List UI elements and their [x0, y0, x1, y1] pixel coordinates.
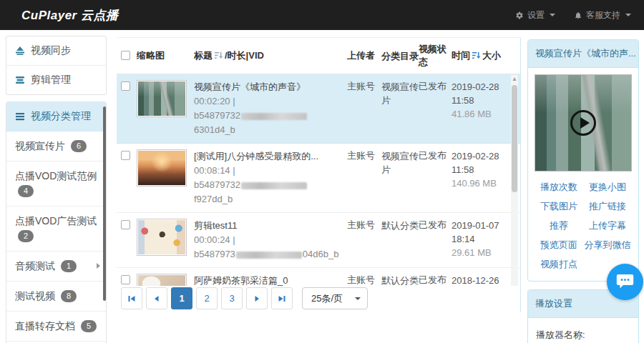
header-status: 视频状态	[419, 43, 452, 69]
pagination-bar: 1 2 3 25条/页	[117, 286, 521, 312]
video-title[interactable]: 视频宣传片《城市的声音》	[194, 80, 343, 94]
sidebar-section-label: 视频分类管理	[31, 110, 91, 123]
chevron-down-icon	[550, 14, 555, 16]
video-size: 41.86 MB	[452, 109, 492, 119]
row-checkbox[interactable]	[121, 275, 130, 284]
play-settings-body: 播放器名称:	[528, 318, 638, 343]
header-size-label: 大小	[482, 50, 501, 61]
upload-subtitle-link[interactable]: 上传字幕	[583, 216, 632, 235]
change-thumb-link[interactable]: 更换小图	[583, 177, 632, 197]
next-page-button[interactable]	[246, 287, 268, 309]
count-badge: 6	[71, 140, 87, 152]
table-scrollbar[interactable]: ▲ ▼	[511, 75, 518, 312]
row-checkbox-cell	[121, 149, 137, 162]
title-cell: [测试用]八分钟感受最精致的... 00:08:14 | b54879732f9…	[194, 149, 347, 207]
row-checkbox[interactable]	[121, 81, 130, 91]
header-time-sortable[interactable]: 时间大小	[452, 49, 510, 63]
sidebar-item-video-sync[interactable]: 视频同步	[6, 36, 106, 66]
sort-icon[interactable]	[472, 51, 481, 61]
video-preview-image[interactable]	[535, 74, 632, 172]
sidebar-item-test-videos[interactable]: 测试视频 8	[6, 282, 106, 312]
scroll-up-icon[interactable]: ▲	[511, 76, 518, 83]
support-menu[interactable]: 客服支持	[574, 9, 631, 21]
chat-support-button[interactable]	[607, 264, 643, 300]
sidebar-section-category-manage[interactable]: 视频分类管理	[6, 102, 106, 131]
sidebar-scrollbar[interactable]	[103, 106, 106, 301]
recommend-link[interactable]: 推荐	[535, 216, 583, 235]
play-count-link[interactable]: 播放次数	[535, 177, 583, 197]
app-window: CuPlayer 云点播 设置 客服支持 视频同步 剪辑管理	[0, 0, 644, 343]
video-vid: b548797304d6b_b	[194, 247, 343, 262]
video-table-panel: 缩略图 标题/时长|VID 上传者 分类目录 视频状态 时间大小 视频宣传片《城…	[117, 37, 521, 312]
video-title[interactable]: 剪辑test11	[194, 219, 343, 233]
page-button-1[interactable]: 1	[171, 287, 192, 309]
video-duration: 00:08:14 |	[194, 164, 343, 178]
chat-icon	[616, 274, 634, 290]
uploader-cell: 主账号	[347, 80, 381, 93]
chevron-down-icon	[355, 297, 361, 300]
share-wechat-link[interactable]: 分享到微信	[583, 235, 632, 254]
preview-page-link[interactable]: 预览页面	[535, 235, 583, 254]
redacted-vid	[241, 113, 307, 120]
select-all-checkbox[interactable]	[121, 51, 130, 60]
header-title-sortable[interactable]: 标题/时长|VID	[194, 49, 347, 63]
first-page-button[interactable]	[121, 287, 142, 309]
video-title[interactable]: [测试用]八分钟感受最精致的...	[194, 149, 343, 164]
table-row[interactable]: 视频宣传片《城市的声音》 00:02:20 | b548797326301d4_…	[117, 74, 520, 144]
uploader-cell: 主账号	[347, 149, 381, 162]
video-thumbnail[interactable]	[137, 219, 194, 256]
play-icon[interactable]	[570, 110, 596, 136]
video-marker-link[interactable]: 视频打点	[535, 254, 583, 274]
status-badge: 已发布	[419, 80, 452, 93]
prev-page-button[interactable]	[146, 287, 167, 309]
video-thumbnail[interactable]	[137, 80, 194, 117]
row-checkbox[interactable]	[121, 220, 130, 229]
count-badge: 4	[18, 185, 34, 197]
gear-icon	[514, 11, 524, 20]
status-badge: 已发布	[419, 219, 452, 232]
sidebar-item-promo-videos[interactable]: 视频宣传片 6	[6, 131, 106, 161]
table-row[interactable]: 剪辑test11 00:00:24 | b548797304d6b_b 主账号 …	[117, 213, 520, 268]
row-checkbox-cell	[121, 80, 137, 93]
settings-menu[interactable]: 设置	[514, 9, 555, 21]
sidebar-item-vod-ad-test[interactable]: 点播VOD广告测试 2	[6, 207, 106, 252]
video-time: 2019-01-07 18:14	[452, 220, 499, 244]
table-header-row: 缩略图 标题/时长|VID 上传者 分类目录 视频状态 时间大小	[117, 38, 520, 74]
sort-icon[interactable]	[214, 51, 223, 61]
sidebar-item-vod-test[interactable]: 点播VOD测试范例 4	[6, 161, 106, 207]
count-badge: 5	[81, 320, 97, 332]
download-image-link[interactable]: 下载图片	[535, 197, 583, 216]
sidebar-item-live-archive[interactable]: 直播转存文档 5	[6, 312, 106, 342]
redacted-vid	[241, 182, 307, 189]
category-label: 测试视频	[15, 290, 55, 302]
sidebar-item-clip-manage[interactable]: 剪辑管理	[6, 66, 106, 94]
detail-actions: 播放次数 更换小图 下载图片 推广链接 推荐 上传字幕 预览页面 分享到微信 视…	[535, 172, 632, 274]
count-badge: 8	[61, 290, 77, 302]
time-size-cell: 2019-02-28 11:5841.86 MB	[452, 80, 510, 121]
redacted-vid	[236, 252, 302, 259]
video-thumbnail[interactable]	[137, 149, 194, 187]
uploader-cell: 主账号	[347, 274, 381, 287]
time-size-cell: 2019-01-07 18:1429.61 MB	[452, 219, 510, 259]
title-cell: 视频宣传片《城市的声音》 00:02:20 | b548797326301d4_…	[194, 80, 347, 137]
uploader-cell: 主账号	[347, 219, 381, 232]
header-checkbox-cell	[121, 49, 137, 62]
row-checkbox[interactable]	[121, 151, 130, 160]
video-vid: b54879732f927dd_b	[194, 178, 343, 207]
sidebar-item-audio-test[interactable]: 音频测试 1	[6, 252, 106, 282]
count-badge: 2	[18, 230, 34, 242]
support-label: 客服支持	[586, 9, 620, 21]
header-category: 分类目录	[381, 49, 419, 63]
table-row[interactable]: [测试用]八分钟感受最精致的... 00:08:14 | b54879732f9…	[117, 144, 520, 213]
page-size-select[interactable]: 25条/页	[302, 287, 368, 309]
page-button-2[interactable]: 2	[196, 287, 218, 309]
category-label: 点播VOD测试范例	[15, 170, 97, 182]
category-cell: 视频宣传片	[381, 80, 419, 107]
navbar-right: 设置 客服支持	[514, 0, 631, 30]
time-size-cell: 2019-02-28 11:58140.96 MB	[452, 149, 510, 190]
scrollbar-thumb[interactable]	[512, 85, 517, 192]
page-button-3[interactable]: 3	[221, 287, 243, 309]
last-page-button[interactable]	[271, 287, 293, 309]
promo-link-link[interactable]: 推广链接	[583, 197, 632, 216]
brand-logo[interactable]: CuPlayer 云点播	[21, 7, 118, 24]
